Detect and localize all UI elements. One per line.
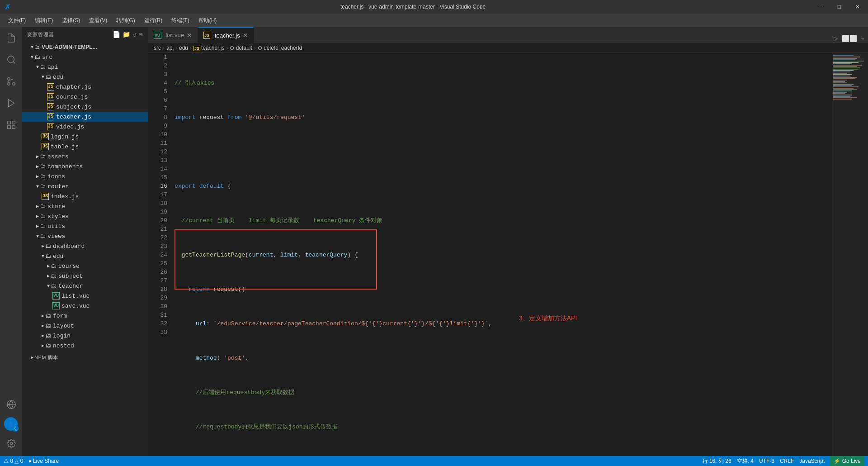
close-list-vue-icon[interactable]: ✕ — [187, 32, 192, 38]
menu-bar: 文件(F) 编辑(E) 选择(S) 查看(V) 转到(G) 运行(R) 终端(T… — [0, 14, 868, 27]
title-bar: ✗ teacher.js - vue-admin-template-master… — [0, 0, 868, 14]
status-line-ending[interactable]: CRLF — [780, 458, 794, 464]
tree-table-js[interactable]: JS table.js — [22, 142, 148, 152]
ln-22: 22 — [148, 233, 167, 242]
more-actions-icon[interactable]: ⋯ — [861, 35, 864, 43]
tree-save-vue[interactable]: VU save.vue — [22, 301, 148, 311]
activity-remote-icon[interactable] — [2, 395, 20, 414]
tree-form[interactable]: ▶ 🗂 form — [22, 311, 148, 321]
tree-video-js[interactable]: JS video.js — [22, 122, 148, 132]
status-liveshare[interactable]: ♦ Live Share — [28, 458, 59, 464]
tree-styles[interactable]: ▶ 🗂 styles — [22, 211, 148, 221]
maximize-button[interactable]: □ — [834, 4, 844, 10]
tree-chapter-js[interactable]: JS chapter.js — [22, 82, 148, 92]
tree-subject-js[interactable]: JS subject.js — [22, 102, 148, 112]
menu-goto[interactable]: 转到(G) — [113, 15, 138, 26]
status-go-live[interactable]: ⚡ Go Live — [830, 456, 864, 466]
menu-terminal[interactable]: 终端(T) — [168, 15, 193, 26]
svg-rect-8 — [12, 126, 15, 128]
collapse-all-icon[interactable]: ⊟ — [139, 31, 143, 38]
sidebar: 资源管理器 📄 📁 ↺ ⊟ ▼ 🗂 VUE-ADMIN-TEMPL... ▼ 🗂… — [22, 27, 148, 456]
tree-nested[interactable]: ▶ 🗂 nested — [22, 341, 148, 351]
status-encoding[interactable]: UTF-8 — [759, 458, 774, 464]
activity-git-icon[interactable] — [2, 72, 20, 90]
status-spaces[interactable]: 空格: 4 — [737, 457, 754, 465]
status-line-ending-text: CRLF — [780, 458, 794, 464]
ln-14: 14 — [148, 165, 167, 173]
menu-edit[interactable]: 编辑(E) — [31, 15, 57, 26]
code-line-4: export default { — [175, 182, 825, 190]
tab-teacher-js[interactable]: JS teacher.js ✕ — [198, 27, 254, 43]
code-scroll-area[interactable]: 1 2 3 4 5 6 7 8 9 10 11 12 13 14 15 16 1 — [148, 53, 832, 456]
tree-router[interactable]: ▼ 🗂 router — [22, 181, 148, 191]
minimize-button[interactable]: ─ — [816, 4, 827, 10]
breadcrumb-src[interactable]: src — [154, 45, 161, 51]
close-button[interactable]: ✕ — [852, 4, 863, 10]
activity-search-icon[interactable] — [2, 51, 20, 69]
status-line-col[interactable]: 行 16, 列 26 — [703, 457, 731, 465]
tree-npm[interactable]: ▶ NPM 脚本 — [22, 352, 148, 362]
code-line-3 — [175, 147, 825, 156]
new-file-icon[interactable]: 📄 — [113, 31, 121, 38]
user-avatar[interactable]: 👤 3 — [4, 417, 18, 431]
menu-run[interactable]: 运行(R) — [141, 15, 166, 26]
status-errors-text: ⚠ 0 △ 0 — [4, 458, 23, 464]
tree-course-js[interactable]: JS course.js — [22, 92, 148, 102]
tree-teacher-js[interactable]: JS teacher.js — [22, 112, 148, 122]
tree-views[interactable]: ▼ 🗂 views — [22, 231, 148, 241]
tree-edu[interactable]: ▼ 🗂 edu — [22, 72, 148, 82]
ln-3: 3 — [148, 70, 167, 79]
breadcrumb-default[interactable]: ⊙ default — [230, 45, 252, 51]
menu-file[interactable]: 文件(F) — [5, 15, 29, 26]
tree-login[interactable]: ▶ 🗂 login — [22, 331, 148, 341]
status-errors[interactable]: ⚠ 0 △ 0 — [4, 458, 23, 464]
vscode-logo-icon: ✗ — [5, 3, 10, 11]
tree-icons[interactable]: ▶ 🗂 icons — [22, 171, 148, 181]
tree-assets[interactable]: ▶ 🗂 assets — [22, 152, 148, 162]
tree-dashboard[interactable]: ▶ 🗂 dashboard — [22, 241, 148, 251]
menu-view[interactable]: 查看(V) — [85, 15, 111, 26]
run-icon[interactable]: ▷ — [834, 34, 838, 43]
split-editor-icon[interactable]: ⬜⬜ — [842, 35, 857, 43]
tree-views-edu[interactable]: ▼ 🗂 edu — [22, 251, 148, 261]
ln-32: 32 — [148, 319, 167, 328]
breadcrumb-file[interactable]: JSteacher.js — [193, 45, 224, 51]
breadcrumb-api[interactable]: api — [166, 45, 174, 51]
tree-course[interactable]: ▶ 🗂 course — [22, 261, 148, 271]
tree-utils[interactable]: ▶ 🗂 utils — [22, 221, 148, 231]
tree-src[interactable]: ▼ 🗂 src — [22, 52, 148, 62]
breadcrumb-edu[interactable]: edu — [179, 45, 188, 51]
new-folder-icon[interactable]: 📁 — [123, 31, 131, 38]
code-editor[interactable]: 1 2 3 4 5 6 7 8 9 10 11 12 13 14 15 16 1 — [148, 53, 868, 456]
svg-line-1 — [13, 62, 15, 63]
ln-19: 19 — [148, 208, 167, 216]
activity-files-icon[interactable] — [2, 29, 20, 47]
status-language[interactable]: JavaScript — [799, 458, 825, 464]
activity-settings-icon[interactable] — [2, 434, 20, 452]
tree-store[interactable]: ▶ 🗂 store — [22, 201, 148, 211]
ln-28: 28 — [148, 285, 167, 294]
tree-root[interactable]: ▼ 🗂 VUE-ADMIN-TEMPL... — [22, 42, 148, 52]
tab-list-vue[interactable]: VU list.vue ✕ — [148, 27, 198, 43]
activity-extensions-icon[interactable] — [2, 116, 20, 134]
tree-list-vue[interactable]: VU list.vue — [22, 291, 148, 301]
menu-help[interactable]: 帮助(H) — [195, 15, 221, 26]
code-line-6: getTeacherListPage(current, limit, teach… — [175, 251, 825, 259]
menu-select[interactable]: 选择(S) — [58, 15, 84, 26]
main-layout: 👤 3 资源管理器 📄 📁 ↺ ⊟ ▼ 🗂 — [0, 27, 868, 456]
tree-components[interactable]: ▶ 🗂 components — [22, 162, 148, 171]
tree-teacher[interactable]: ▼ 🗂 teacher — [22, 281, 148, 291]
code-content[interactable]: // 引入axios import request from '@/utils/… — [171, 53, 832, 456]
tree-subject[interactable]: ▶ 🗂 subject — [22, 271, 148, 281]
tree-login-js[interactable]: JS login.js — [22, 132, 148, 142]
tree-api[interactable]: ▼ 🗂 api — [22, 62, 148, 72]
ln-11: 11 — [148, 139, 167, 147]
ln-24: 24 — [148, 251, 167, 259]
tree-router-index-js[interactable]: JS index.js — [22, 191, 148, 201]
breadcrumb-deleteTeacherId[interactable]: ⊙ deleteTeacherId — [258, 45, 302, 51]
refresh-icon[interactable]: ↺ — [132, 31, 137, 38]
close-teacher-js-icon[interactable]: ✕ — [243, 32, 248, 38]
svg-point-12 — [10, 442, 13, 445]
tree-layout[interactable]: ▶ 🗂 layout — [22, 321, 148, 331]
activity-debug-icon[interactable] — [2, 94, 20, 112]
